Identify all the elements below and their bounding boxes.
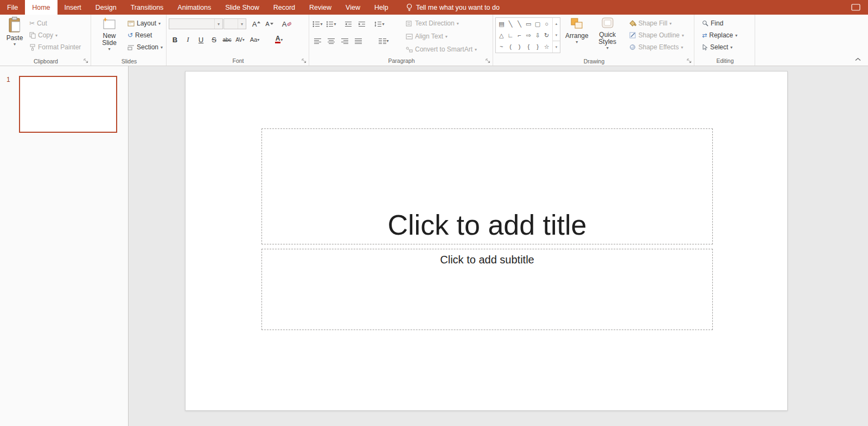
tab-record[interactable]: Record [266,0,302,15]
section-label: Section [137,43,158,51]
font-size-dropdown-icon[interactable]: ▾ [238,19,246,29]
columns-button[interactable]: ▾ [378,35,390,47]
slide-surface[interactable]: Click to add title Click to add subtitle [185,71,788,411]
paste-dropdown-icon[interactable]: ▾ [14,42,16,47]
shape-circular-arrow-icon[interactable]: ↻ [544,32,549,38]
shape-fill-button[interactable]: Shape Fill ▾ [627,17,686,29]
shape-left-brace-icon[interactable]: { [527,43,529,50]
slide-thumbnail[interactable] [19,76,117,133]
numbering-button[interactable]: ▾ [325,18,337,30]
shape-elbow-arrow-icon[interactable]: ⌐ [518,32,521,38]
tab-slide-show[interactable]: Slide Show [218,0,266,15]
tab-home[interactable]: Home [25,0,57,15]
tab-help[interactable]: Help [367,0,395,15]
strikethrough-button[interactable]: S [208,34,220,46]
shapes-more-button[interactable]: ▾ [553,41,560,53]
bold-button[interactable]: B [169,34,181,46]
align-text-button[interactable]: Align Text ▾ [404,30,479,43]
shape-down-arrow-icon[interactable]: ⇩ [535,32,540,38]
shape-arc-icon[interactable]: ( [509,43,512,50]
quick-styles-dropdown-icon[interactable]: ▾ [607,46,609,50]
shape-right-brace-icon[interactable]: } [537,43,539,50]
new-slide-button[interactable]: New Slide ▾ [93,16,125,57]
font-name-combo[interactable]: ▾ [169,18,223,29]
increase-indent-button[interactable] [355,18,368,30]
shape-elbow-icon[interactable]: ∟ [508,32,514,38]
tab-animations[interactable]: Animations [170,0,218,15]
shape-outline-button[interactable]: Shape Outline ▾ [627,29,686,41]
tab-file[interactable]: File [0,0,25,15]
shapes-scroll-down-button[interactable]: ▾ [553,29,560,41]
find-button[interactable]: Find [700,17,739,29]
numbering-icon [326,21,334,27]
shape-triangle-icon[interactable]: △ [499,32,503,38]
shape-effects-button[interactable]: Shape Effects ▾ [627,41,686,53]
underline-button[interactable]: U [195,34,207,46]
text-direction-button[interactable]: Text Direction ▾ [404,17,479,30]
change-case-button[interactable]: Aa ▾ [247,34,263,46]
paragraph-group-label: Paragraph [388,57,414,64]
font-color-dropdown-icon[interactable]: ▾ [280,37,283,42]
font-size-combo[interactable]: ▾ [224,18,246,29]
editing-group-label: Editing [716,57,733,64]
section-button[interactable]: Section ▾ [125,41,165,53]
tab-view[interactable]: View [339,0,367,15]
paste-button[interactable]: Paste ▾ [2,16,27,57]
arrange-button[interactable]: Arrange ▾ [563,16,591,57]
font-color-button[interactable]: A ▾ [271,34,287,46]
collapse-ribbon-button[interactable] [855,55,861,63]
clipboard-dialog-launcher[interactable] [83,58,89,64]
shape-oval-icon[interactable]: ○ [545,21,548,27]
shape-rectangle-icon[interactable]: ▭ [526,21,531,27]
tab-transitions[interactable]: Transitions [124,0,171,15]
new-slide-dropdown-icon[interactable]: ▾ [108,47,110,51]
align-right-button[interactable] [339,35,351,47]
character-spacing-button[interactable]: AV ▾ [234,34,246,46]
subtitle-placeholder[interactable]: Click to add subtitle [261,249,713,330]
shape-right-arrow-icon[interactable]: ⇨ [526,32,531,38]
font-size-value [224,19,238,29]
tab-design[interactable]: Design [88,0,124,15]
increase-font-size-button[interactable]: A [250,18,263,30]
replace-button[interactable]: ⇄ Replace ▾ [700,29,739,41]
drawing-dialog-launcher[interactable] [686,58,692,64]
line-spacing-button[interactable]: ▾ [373,18,386,30]
convert-to-smartart-button[interactable]: Convert to SmartArt ▾ [404,43,479,56]
clear-formatting-button[interactable]: A [280,18,293,30]
copy-button[interactable]: Copy ▾ [27,29,83,41]
font-name-dropdown-icon[interactable]: ▾ [214,19,222,29]
format-painter-button[interactable]: Format Painter [27,41,83,53]
shape-rounded-rectangle-icon[interactable]: ▢ [535,21,540,27]
font-dialog-launcher[interactable] [301,58,307,64]
shape-scribble-icon[interactable]: ~ [500,43,503,50]
quick-styles-button[interactable]: Quick Styles ▾ [591,16,624,57]
align-center-button[interactable] [325,35,337,47]
tab-insert[interactable]: Insert [58,0,88,15]
shape-outline-dropdown-icon: ▾ [682,33,684,38]
drawing-group: ▤ ╲ ╲ ▭ ▢ ○ △ ∟ ⌐ ⇨ ⇩ ↻ ~ ( ) [493,15,694,66]
arrange-dropdown-icon[interactable]: ▾ [576,40,578,44]
layout-button[interactable]: Layout ▾ [125,17,165,29]
tab-review[interactable]: Review [302,0,339,15]
feedback-button[interactable] [851,0,868,15]
align-left-button[interactable] [311,35,324,47]
paragraph-dialog-launcher[interactable] [485,58,491,64]
shape-star-icon[interactable]: ☆ [544,43,550,50]
decrease-font-size-button[interactable]: A [263,18,276,30]
tell-me-box[interactable]: Tell me what you want to do [401,0,505,15]
shapes-scroll-up-button[interactable]: ▴ [553,18,560,29]
clear-format-letter: A [282,20,287,28]
shape-line-icon[interactable]: ╲ [509,21,513,27]
italic-button[interactable]: I [182,34,194,46]
bullets-button[interactable]: ▾ [311,18,324,30]
shape-arrow-line-icon[interactable]: ╲ [518,21,521,27]
cut-button[interactable]: ✂ Cut [27,17,83,29]
justify-button[interactable] [352,35,365,47]
select-button[interactable]: Select ▾ [700,41,739,53]
text-shadow-button[interactable]: abc [221,34,233,46]
shape-curve-icon[interactable]: ) [519,43,521,50]
title-placeholder[interactable]: Click to add title [261,128,713,244]
reset-button[interactable]: ↺ Reset [125,29,165,41]
shape-textbox-icon[interactable]: ▤ [499,21,504,27]
decrease-indent-button[interactable] [342,18,354,30]
